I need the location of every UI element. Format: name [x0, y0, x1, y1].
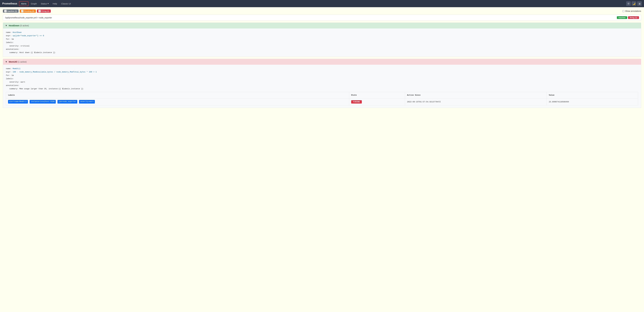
row-value-cell: 23.899074118508494 — [547, 98, 638, 105]
filepath-badges: inactive firing (1) — [617, 16, 639, 19]
label-tag-alertname[interactable]: alertname=MemUtil — [8, 100, 28, 104]
contrast-icon[interactable]: ◑ — [637, 1, 642, 6]
inactive-badge: inactive — [617, 16, 627, 19]
label-tag-job[interactable]: job=node_exporter — [58, 100, 77, 104]
hostdown-name: HostDown — [9, 24, 20, 27]
navbar: Prometheus Alerts Graph Status ▾ Help Cl… — [0, 0, 644, 7]
brand: Prometheus — [2, 2, 17, 5]
memutil-name-link[interactable]: MemUtil — [13, 68, 20, 70]
col-state: State — [349, 92, 405, 98]
hostdown-name-link[interactable]: HostDown — [13, 31, 22, 34]
hostdown-count: (0 active) — [20, 24, 29, 27]
memutil-expr-link[interactable]: 100 - node_memory_MemAvailable_bytes / n… — [13, 71, 97, 73]
alert-section-hostdown: ▼ HostDown (0 active) name: HostDown exp… — [3, 23, 641, 57]
memutil-header[interactable]: ▼ MemUtil (1 active) — [3, 59, 641, 65]
nav-help[interactable]: Help — [51, 2, 59, 6]
check-firing-icon: ✓ — [38, 10, 41, 12]
col-active-since: Active Since — [405, 92, 547, 98]
row-active-since-cell: 2022-09-15T01:57:54.921377047Z — [405, 98, 547, 105]
annotations-checkbox[interactable] — [622, 10, 624, 12]
dark-mode-icon[interactable]: 🌙 — [632, 1, 636, 6]
firing-state-badge: FIRING — [351, 100, 362, 104]
col-value: Value — [547, 92, 638, 98]
filepath-bar: /opt/prometheus/node_exporter.yml > node… — [3, 15, 641, 21]
memutil-count: (1 active) — [18, 61, 27, 63]
filter-pending[interactable]: ✓ Pending (0) — [20, 10, 36, 13]
hostdown-header[interactable]: ▼ HostDown (0 active) — [3, 23, 641, 29]
memutil-details: name: MemUtil expr: 100 - node_memory_Me… — [3, 65, 641, 108]
check-pending-icon: ✓ — [21, 10, 24, 12]
nav-icon-group: ⚙ 🌙 ◑ — [626, 1, 642, 6]
firing-badge: firing (1) — [628, 16, 639, 19]
nav-classic-ui[interactable]: Classic UI — [59, 2, 72, 6]
row-state-cell: FIRING — [349, 98, 405, 105]
nav-status[interactable]: Status ▾ — [39, 2, 50, 6]
chevron-down-icon: ▾ — [48, 2, 49, 5]
main-content: ✓ Inactive (1) ✓ Pending (0) ✓ Firing (1… — [0, 7, 644, 112]
alert-section-memutil: ▼ MemUtil (1 active) name: MemUtil expr:… — [3, 59, 641, 108]
filter-inactive[interactable]: ✓ Inactive (1) — [3, 10, 18, 13]
memutil-name: MemUtil — [9, 61, 17, 63]
settings-icon[interactable]: ⚙ — [626, 1, 631, 6]
nav-graph[interactable]: Graph — [29, 2, 38, 6]
col-labels: Labels — [6, 92, 349, 98]
hostdown-expr-link[interactable]: up{job="node_exporter"} == 0 — [13, 35, 44, 37]
show-annotations-toggle[interactable]: Show annotations — [622, 10, 641, 12]
nav-alerts[interactable]: Alerts — [19, 1, 28, 6]
memutil-table: Labels State Active Since Value alertnam… — [6, 92, 638, 105]
filter-bar: ✓ Inactive (1) ✓ Pending (0) ✓ Firing (1… — [3, 10, 641, 13]
label-tag-instance[interactable]: instance=localhost:9100 — [30, 100, 56, 104]
label-tag-severity[interactable]: severity=warn — [79, 100, 95, 104]
hostdown-details: name: HostDown expr: up{job="node_export… — [3, 29, 641, 57]
chevron-icon: ▼ — [5, 24, 7, 27]
filter-firing[interactable]: ✓ Firing (1) — [37, 10, 51, 13]
filepath-text: /opt/prometheus/node_exporter.yml > node… — [5, 17, 52, 19]
table-row: alertname=MemUtil instance=localhost:910… — [6, 98, 638, 105]
chevron-icon-memutil: ▼ — [5, 61, 7, 63]
check-inactive-icon: ✓ — [4, 10, 6, 12]
row-labels-cell: alertname=MemUtil instance=localhost:910… — [6, 98, 349, 105]
